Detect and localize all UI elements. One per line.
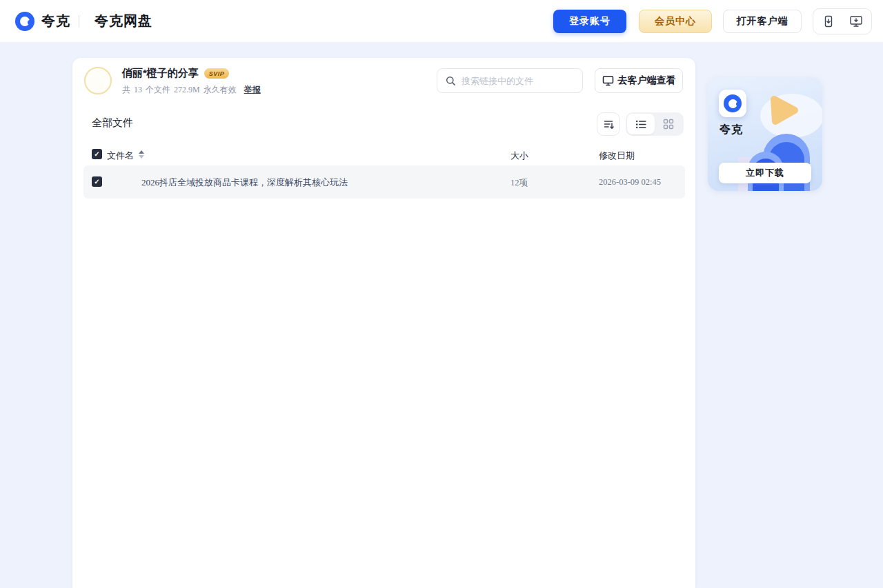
app-promo-card: 夸克 立即下载 (708, 77, 822, 191)
download-apps-group (813, 8, 872, 34)
top-navigation-bar: 夸克 夸克网盘 登录账号 会员中心 打开客户端 (0, 0, 883, 43)
list-view-toggle[interactable] (627, 114, 655, 134)
product-name: 夸克网盘 (95, 12, 152, 30)
select-all-checkbox[interactable]: ✓ (92, 149, 102, 159)
promo-app-name: 夸克 (720, 123, 743, 137)
desktop-download-icon[interactable] (849, 14, 863, 28)
share-content-card: 俏丽*橙子的分享 SVIP 共 13 个文件 272.9M 永久有效 举报 去客… (72, 58, 695, 588)
column-header-name: 文件名 (107, 150, 134, 162)
view-in-client-label: 去客户端查看 (618, 74, 676, 87)
all-files-heading: 全部文件 (92, 116, 133, 130)
column-header-size: 大小 (510, 150, 528, 162)
view-mode-segment (626, 112, 684, 136)
count-suffix: 个文件 (146, 84, 170, 96)
report-link[interactable]: 举报 (244, 84, 261, 96)
row-checkbox[interactable]: ✓ (92, 176, 102, 187)
open-client-button[interactable]: 打开客户端 (723, 10, 802, 33)
search-icon (446, 76, 456, 86)
sort-button[interactable] (597, 112, 620, 136)
member-center-button[interactable]: 会员中心 (639, 10, 712, 33)
quark-logo-icon (724, 94, 742, 112)
quark-logo-icon (15, 12, 34, 31)
sharer-avatar (84, 67, 112, 94)
share-title: 俏丽*橙子的分享 (122, 67, 199, 80)
file-size: 12项 (510, 177, 528, 189)
search-box[interactable] (437, 68, 583, 93)
file-date: 2026-03-09 02:45 (599, 177, 661, 187)
list-view-icon (635, 119, 647, 130)
quark-app-icon (719, 90, 746, 117)
view-in-client-button[interactable]: 去客户端查看 (595, 68, 683, 93)
total-size: 272.9M (174, 85, 200, 95)
table-header: ✓ 文件名 大小 修改日期 (72, 145, 695, 165)
validity-label: 永久有效 (204, 84, 237, 96)
monitor-icon (602, 75, 614, 86)
search-input[interactable] (462, 76, 583, 86)
file-name[interactable]: 2026抖店全域投放商品卡课程，深度解析其核心玩法 (141, 176, 348, 189)
sort-icon (602, 118, 615, 130)
folder-icon-placeholder (112, 174, 133, 190)
grid-view-icon (663, 119, 674, 130)
grid-view-toggle[interactable] (655, 114, 682, 134)
download-now-button[interactable]: 立即下载 (719, 163, 811, 183)
column-sort-carets[interactable] (139, 150, 144, 159)
login-button[interactable]: 登录账号 (553, 10, 626, 33)
count-label: 共 (122, 84, 130, 96)
column-header-date: 修改日期 (599, 150, 635, 162)
table-row[interactable]: ✓ 2026抖店全域投放商品卡课程，深度解析其核心玩法 12项 2026-03-… (83, 165, 685, 199)
phone-download-icon[interactable] (822, 14, 835, 28)
svip-badge: SVIP (204, 68, 230, 79)
share-stats: 共 13 个文件 272.9M 永久有效 举报 (122, 84, 261, 96)
brand-divider (79, 15, 79, 28)
brand-name: 夸克 (41, 12, 70, 30)
file-count: 13 (134, 85, 142, 95)
